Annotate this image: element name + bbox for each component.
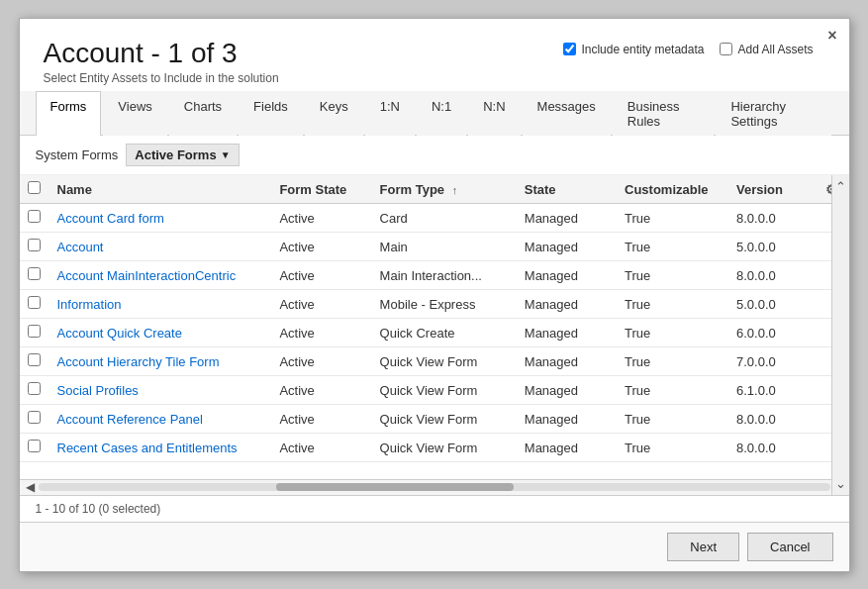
tab-messages[interactable]: Messages xyxy=(523,91,611,136)
row-name-8[interactable]: Recent Cases and Entitlements xyxy=(49,434,272,462)
row-version-8: 8.0.0.0 xyxy=(728,434,818,462)
row-state-1: Managed xyxy=(517,233,617,261)
row-select-8[interactable] xyxy=(28,440,41,452)
row-formstate-7: Active xyxy=(271,405,371,434)
horizontal-scrollbar[interactable]: ◀ ▶ xyxy=(20,479,849,495)
tab-fields[interactable]: Fields xyxy=(239,91,303,136)
content-area: System Forms Active Forms ▼ Name Form St… xyxy=(20,136,849,521)
include-metadata-option[interactable]: Include entity metadata xyxy=(563,43,704,56)
tab-keys[interactable]: Keys xyxy=(305,91,363,136)
row-customizable-1: True xyxy=(617,233,728,261)
row-customizable-8: True xyxy=(617,434,728,462)
add-all-assets-label: Add All Assets xyxy=(737,43,813,56)
row-checkbox-3[interactable] xyxy=(20,290,49,319)
row-formtype-7: Quick View Form xyxy=(372,405,517,434)
row-formstate-4: Active xyxy=(271,319,371,347)
tab-charts[interactable]: Charts xyxy=(169,91,237,136)
row-formstate-6: Active xyxy=(271,376,371,405)
row-checkbox-7[interactable] xyxy=(20,405,49,434)
add-all-assets-checkbox[interactable] xyxy=(720,43,732,55)
col-formstate-header: Form State xyxy=(271,175,371,204)
main-dialog: × Account - 1 of 3 Select Entity Assets … xyxy=(19,18,850,572)
col-checkbox[interactable] xyxy=(20,175,49,204)
row-select-6[interactable] xyxy=(28,382,41,395)
scroll-left-arrow[interactable]: ◀ xyxy=(22,480,39,494)
row-state-8: Managed xyxy=(517,434,617,462)
row-checkbox-2[interactable] xyxy=(20,261,49,290)
row-formtype-1: Main xyxy=(372,233,517,261)
row-checkbox-6[interactable] xyxy=(20,376,49,405)
scroll-up-arrow[interactable]: ⌃ xyxy=(832,175,849,198)
row-name-4[interactable]: Account Quick Create xyxy=(49,319,272,347)
row-name-5[interactable]: Account Hierarchy Tile Form xyxy=(49,347,272,376)
row-select-7[interactable] xyxy=(28,411,41,424)
tab-1n[interactable]: 1:N xyxy=(365,91,415,136)
tab-n1[interactable]: N:1 xyxy=(417,91,466,136)
row-formtype-8: Quick View Form xyxy=(372,434,517,462)
row-checkbox-8[interactable] xyxy=(20,434,49,462)
row-name-1[interactable]: Account xyxy=(49,233,272,261)
tab-hierarchy-settings[interactable]: Hierarchy Settings xyxy=(716,91,830,136)
tab-views[interactable]: Views xyxy=(103,91,166,136)
cancel-button[interactable]: Cancel xyxy=(747,533,832,561)
form-link-3[interactable]: Information xyxy=(57,297,122,312)
row-formstate-2: Active xyxy=(271,261,371,290)
include-metadata-checkbox[interactable] xyxy=(563,43,576,55)
tab-forms[interactable]: Forms xyxy=(36,91,102,136)
form-link-4[interactable]: Account Quick Create xyxy=(57,326,182,341)
table-container[interactable]: Name Form State Form Type ↑ State Custom… xyxy=(20,175,849,478)
tabs-bar: Forms Views Charts Fields Keys 1:N N:1 N… xyxy=(20,91,849,136)
row-name-2[interactable]: Account MainInteractionCentric xyxy=(49,261,272,290)
form-link-7[interactable]: Account Reference Panel xyxy=(57,412,203,427)
row-select-4[interactable] xyxy=(28,325,41,338)
row-name-6[interactable]: Social Profiles xyxy=(49,376,272,405)
form-link-2[interactable]: Account MainInteractionCentric xyxy=(57,268,237,283)
form-link-0[interactable]: Account Card form xyxy=(57,211,164,226)
form-link-1[interactable]: Account xyxy=(57,240,104,254)
form-link-6[interactable]: Social Profiles xyxy=(57,383,139,398)
form-link-5[interactable]: Account Hierarchy Tile Form xyxy=(57,354,220,369)
row-checkbox-1[interactable] xyxy=(20,233,49,261)
row-select-0[interactable] xyxy=(28,210,41,223)
row-version-0: 8.0.0.0 xyxy=(728,204,818,233)
form-link-8[interactable]: Recent Cases and Entitlements xyxy=(57,441,238,455)
add-all-assets-option[interactable]: Add All Assets xyxy=(720,43,813,56)
row-select-3[interactable] xyxy=(28,296,41,309)
row-name-7[interactable]: Account Reference Panel xyxy=(49,405,272,434)
tab-nn[interactable]: N:N xyxy=(468,91,520,136)
row-formtype-5: Quick View Form xyxy=(372,347,517,376)
scroll-down-arrow[interactable]: ⌄ xyxy=(832,472,849,495)
active-forms-dropdown[interactable]: Active Forms ▼ xyxy=(126,144,239,166)
row-customizable-7: True xyxy=(617,405,728,434)
row-formtype-0: Card xyxy=(372,204,517,233)
row-checkbox-4[interactable] xyxy=(20,319,49,347)
row-name-3[interactable]: Information xyxy=(49,290,272,319)
col-version-header: Version xyxy=(728,175,818,204)
table-row: Account MainInteractionCentric Active Ma… xyxy=(20,261,849,290)
row-select-2[interactable] xyxy=(28,267,41,280)
dropdown-arrow-icon: ▼ xyxy=(221,149,231,160)
row-state-4: Managed xyxy=(517,319,617,347)
row-state-3: Managed xyxy=(517,290,617,319)
col-formtype-header[interactable]: Form Type ↑ xyxy=(372,175,517,204)
row-version-7: 8.0.0.0 xyxy=(728,405,818,434)
row-name-0[interactable]: Account Card form xyxy=(49,204,272,233)
tab-business-rules[interactable]: Business Rules xyxy=(613,91,715,136)
row-checkbox-5[interactable] xyxy=(20,347,49,376)
row-select-5[interactable] xyxy=(28,353,41,366)
sort-icon: ↑ xyxy=(452,184,458,196)
subheader: System Forms Active Forms ▼ xyxy=(20,136,849,175)
row-formtype-6: Quick View Form xyxy=(372,376,517,405)
next-button[interactable]: Next xyxy=(667,533,739,561)
row-checkbox-0[interactable] xyxy=(20,204,49,233)
scrollbar-thumb xyxy=(276,483,514,491)
system-forms-label: System Forms xyxy=(36,147,119,162)
pagination-label: 1 - 10 of 10 (0 selected) xyxy=(36,502,161,516)
row-formtype-2: Main Interaction... xyxy=(372,261,517,290)
table-row: Account Reference Panel Active Quick Vie… xyxy=(20,405,849,434)
row-select-1[interactable] xyxy=(28,239,41,251)
close-button[interactable]: × xyxy=(827,27,836,45)
row-state-2: Managed xyxy=(517,261,617,290)
row-customizable-6: True xyxy=(617,376,728,405)
select-all-checkbox[interactable] xyxy=(28,181,41,194)
